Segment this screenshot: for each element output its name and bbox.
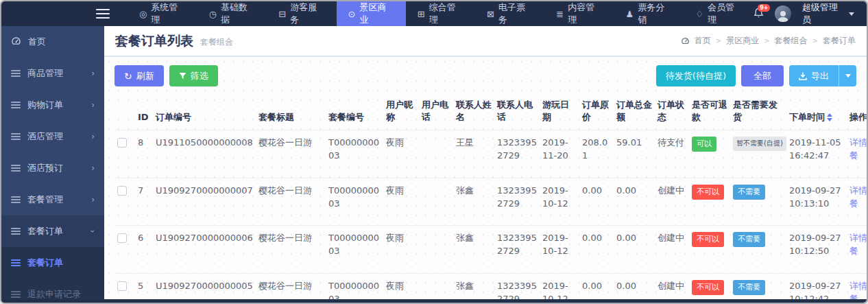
download-icon [799,72,807,80]
sidebar-item-hotel-management[interactable]: 酒店管理 › [1,121,104,152]
table-row: 5 U1909270000000005 樱花谷一日游 T0000000003 夜… [114,274,867,303]
refundable-badge: 不可以 [692,280,724,295]
cell-package-number: T0000000003 [326,226,383,274]
nav-item-basic-data[interactable]: ◷基础数据 [197,1,267,26]
cell-contact-phone: 13233952729 [494,226,540,274]
cell-user-phone [419,226,453,274]
refresh-icon: ↻ [124,71,132,81]
nav-item-scenic-commerce[interactable]: ⊙景区商业 [337,1,406,26]
breadcrumb-scenic-commerce[interactable]: 景区商业 [726,35,759,47]
window-icon: ⊟ [278,9,286,19]
home-gauge-icon [681,36,690,47]
row-checkbox[interactable] [117,281,127,291]
cell-total-amount: 0.00 [614,274,655,303]
table-row: 8 U1911050000000008 樱花谷一日游 T0000000003 夜… [114,130,867,178]
cell-play-date: 2019-10-12 [540,274,579,303]
sidebar-item-shopping-orders[interactable]: 购物订单 › [1,89,104,121]
cell-order-number: U1911050000000008 [153,130,256,178]
sidebar-item-home[interactable]: 首页 [1,26,104,58]
cell-user-phone [419,178,453,226]
cell-original-price: 0.00 [579,226,614,274]
sidebar-item-label: 酒店预订 [27,162,84,174]
badge-icon: ♢ [695,9,703,19]
export-dropdown-caret[interactable] [839,65,856,86]
breadcrumb-separator: > [716,37,721,45]
nav-item-content-management[interactable]: ≣内容管理 [544,1,614,26]
sidebar-item-label: 购物订单 [27,99,84,111]
nav-item-label: 景区商业 [359,1,394,26]
column-header: 用户电话 [419,95,453,130]
cell-order-status: 创建中 [655,226,689,274]
column-header: 游玩日期 [540,95,579,130]
nav-item-system-management[interactable]: ◎系统管理 [128,1,197,26]
breadcrumb-package-group[interactable]: 套餐组合 [775,35,808,47]
breadcrumb: 首页 > 景区商业 > 套餐组合 > 套餐订单 [681,35,856,47]
sidebar-item-hotel-booking[interactable]: 酒店预订 › [1,152,104,184]
column-header: 用户昵称 [383,95,419,130]
row-checkbox[interactable] [117,233,127,243]
header-checkbox-spacer [114,95,135,130]
cell-total-amount: 0.00 [614,226,655,274]
nav-item-visitor-service[interactable]: ⊟游客服务 [267,1,336,26]
avatar[interactable] [775,5,791,22]
sidebar-group-package-orders[interactable]: 套餐订单 › [1,215,104,247]
table-row: 7 U1909270000000007 樱花谷一日游 T0000000003 夜… [114,178,867,226]
nav-item-label: 内容管理 [568,1,602,26]
detail-link[interactable]: 详情 [849,233,867,243]
sidebar-item-package-management[interactable]: 套餐管理 › [1,184,104,215]
cell-order-time: 2019-11-05 16:42:47 [786,130,847,178]
target-circle-icon: ◎ [139,9,147,19]
cell-play-date: 2019-10-12 [540,226,579,274]
export-button[interactable]: 导出 [789,65,839,86]
detail-link[interactable]: 详情 [849,137,867,148]
sidebar-item-package-orders[interactable]: 套餐订单 [1,247,104,279]
breadcrumb-package-orders[interactable]: 套餐订单 [823,35,856,47]
nav-item-e-ticketing[interactable]: ⊠电子票务 [475,1,544,26]
list-icon [11,70,21,77]
all-label: 全部 [754,70,771,82]
chevron-right-icon: › [91,195,95,204]
cell-order-status: 创建中 [655,274,689,303]
cell-package-title: 樱花谷一日游 [256,226,326,274]
main-content: 套餐订单列表 套餐组合 首页 > 景区商业 > 套餐组合 > 套餐订单 ↻ 刷新 [104,26,867,303]
cell-order-status: 创建中 [655,178,689,226]
user-name-label: 超级管理员 [802,1,845,26]
all-button[interactable]: 全部 [741,65,784,86]
chevron-right-icon: › [91,163,95,173]
breadcrumb-separator: > [764,37,769,45]
nav-item-member-management[interactable]: ♢会员管理 [684,1,754,26]
detail-link[interactable]: 详情 [849,185,867,196]
filter-button[interactable]: 筛选 [169,65,218,86]
person-icon: ♟ [625,9,634,19]
nav-item-ticket-distribution[interactable]: ♟票务分销 [614,1,684,26]
cell-package-number: T0000000003 [326,130,383,178]
nav-item-label: 综合管理 [429,1,463,26]
breadcrumb-home[interactable]: 首页 [695,35,711,47]
cell-user-nickname: 夜雨 [383,178,419,226]
row-checkbox[interactable] [117,138,127,148]
hamburger-menu-icon[interactable] [96,9,110,19]
cell-package-title: 樱花谷一日游 [256,274,326,303]
sidebar-item-goods-management[interactable]: 商品管理 › [1,58,104,89]
filter-label: 筛选 [191,70,208,82]
list-icon [11,165,21,172]
pending-shipment-button[interactable]: 待发货(待自提) [656,65,736,86]
refresh-button[interactable]: ↻ 刷新 [114,65,164,86]
chevron-down-icon: › [88,230,98,233]
navbar-menu: ◎系统管理◷基础数据⊟游客服务⊙景区商业⊞综合管理⊠电子票务≣内容管理♟票务分销… [128,1,754,26]
list-icon [11,291,21,298]
sidebar-item-label: 首页 [28,36,95,48]
row-checkbox[interactable] [117,186,127,196]
column-header[interactable]: 下单时间 [786,95,847,130]
column-header: 联系人电话 [494,95,540,130]
user-dropdown[interactable]: 超级管理员 [802,1,854,26]
notification-bell[interactable]: 9+ [754,8,764,21]
detail-link[interactable]: 详情 [849,281,867,291]
clock-icon: ◷ [209,9,217,19]
column-header: ID [135,95,153,130]
cell-order-number: U1909270000000007 [153,178,256,226]
nav-item-comprehensive-management[interactable]: ⊞综合管理 [406,1,475,26]
sort-icon[interactable] [827,113,832,121]
page-title: 套餐订单列表 [115,32,193,50]
document-icon: ≣ [556,9,564,19]
